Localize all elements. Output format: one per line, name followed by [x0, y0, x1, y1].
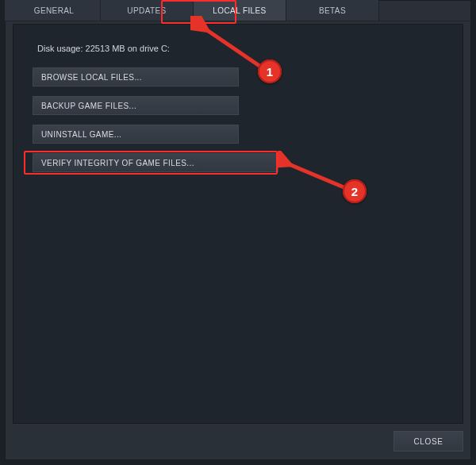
tab-general[interactable]: GENERAL [5, 0, 101, 21]
footer-bar: CLOSE [13, 427, 463, 455]
tab-local-files[interactable]: LOCAL FILES [194, 0, 286, 21]
properties-window: GENERAL UPDATES LOCAL FILES BETAS Disk u… [5, 0, 471, 460]
tab-bar: GENERAL UPDATES LOCAL FILES BETAS [5, 0, 471, 21]
browse-local-files-button[interactable]: BROWSE LOCAL FILES... [33, 67, 239, 86]
backup-game-files-button[interactable]: BACKUP GAME FILES... [33, 96, 239, 115]
close-button[interactable]: CLOSE [393, 431, 463, 452]
uninstall-game-button[interactable]: UNINSTALL GAME... [33, 125, 239, 144]
tab-betas[interactable]: BETAS [286, 0, 379, 21]
tab-updates[interactable]: UPDATES [101, 0, 194, 21]
disk-usage-label: Disk usage: 22513 MB on drive C: [37, 44, 170, 53]
verify-integrity-button[interactable]: VERIFY INTEGRITY OF GAME FILES... [33, 153, 278, 172]
content-pane: Disk usage: 22513 MB on drive C: BROWSE … [13, 24, 463, 424]
